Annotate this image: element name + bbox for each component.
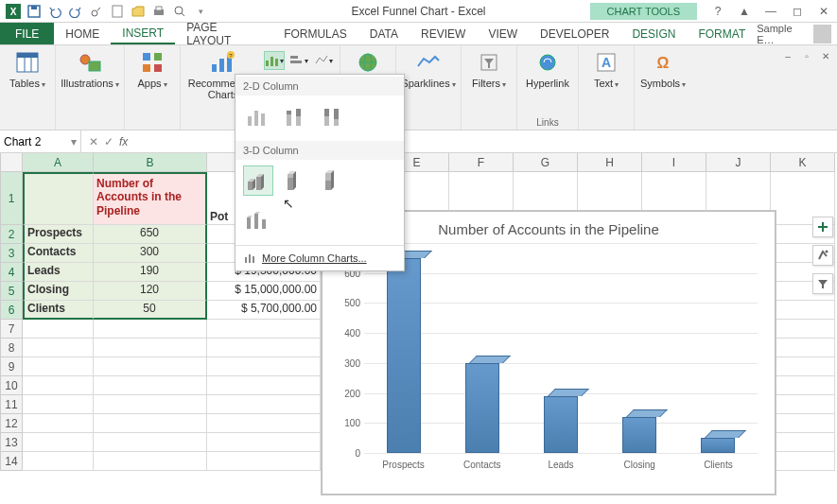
col-I[interactable]: I <box>642 153 706 172</box>
open-icon[interactable] <box>129 2 148 21</box>
clustered-column-2d[interactable] <box>243 101 273 131</box>
cell-A2[interactable]: Prospects <box>23 225 94 244</box>
cell-C5[interactable]: $ 15,000,000.00 <box>207 282 321 301</box>
user-name[interactable]: Sample E… <box>757 23 810 45</box>
touch-icon[interactable] <box>87 2 106 21</box>
name-box-dropdown[interactable]: ▾ <box>71 135 77 148</box>
row-12[interactable]: 12 <box>0 414 23 433</box>
column-chart-button[interactable]: ▾ <box>264 51 285 70</box>
chart-styles-button[interactable] <box>812 245 833 266</box>
col-F[interactable]: F <box>449 153 514 172</box>
enter-formula-icon[interactable]: ✓ <box>104 135 113 148</box>
column-3d[interactable] <box>243 207 273 237</box>
bar-clients[interactable] <box>701 430 735 453</box>
row-13[interactable]: 13 <box>0 433 23 452</box>
tab-home[interactable]: HOME <box>54 23 111 44</box>
hyperlink-button[interactable]: Hyperlink <box>523 49 572 89</box>
col-B[interactable]: B <box>94 153 207 172</box>
preview-icon[interactable] <box>170 2 189 21</box>
tab-format[interactable]: FORMAT <box>687 23 757 44</box>
tab-data[interactable]: DATA <box>358 23 410 44</box>
bar-contacts[interactable] <box>465 356 499 453</box>
tab-pagelayout[interactable]: PAGE LAYOUT <box>175 23 272 44</box>
cell-A6[interactable]: Clients <box>23 301 94 320</box>
workbook-restore[interactable]: ▫ <box>797 47 816 64</box>
bar-prospects[interactable] <box>387 251 421 453</box>
more-icon[interactable]: ▾ <box>191 2 210 21</box>
bar-closing[interactable] <box>622 409 656 453</box>
sparklines-button[interactable]: Sparklines <box>402 49 455 90</box>
stacked-column-3d[interactable] <box>281 165 311 196</box>
tab-view[interactable]: VIEW <box>477 23 529 44</box>
stacked-column-2d[interactable] <box>281 101 311 131</box>
stock-chart-button[interactable]: ▾ <box>313 51 334 70</box>
cell-B6[interactable]: 50 <box>94 301 207 320</box>
undo-icon[interactable] <box>45 2 64 21</box>
cell-B5[interactable]: 120 <box>94 282 207 301</box>
tab-formulas[interactable]: FORMULAS <box>272 23 358 44</box>
row-5[interactable]: 5 <box>0 282 23 301</box>
bar-leads[interactable] <box>544 389 578 453</box>
bar-chart-button[interactable]: ▾ <box>288 51 309 70</box>
cell-B1[interactable]: Number of Accounts in the Pipeline <box>94 172 207 225</box>
filters-button[interactable]: Filters <box>467 49 511 90</box>
cell-B2[interactable]: 650 <box>94 225 207 244</box>
row-1[interactable]: 1 <box>0 172 23 225</box>
col-H[interactable]: H <box>578 153 642 172</box>
tab-developer[interactable]: DEVELOPER <box>529 23 620 44</box>
user-avatar[interactable] <box>813 25 831 43</box>
row-14[interactable]: 14 <box>0 452 23 471</box>
clustered-column-3d[interactable] <box>243 165 273 196</box>
select-all-corner[interactable] <box>0 153 23 172</box>
row-4[interactable]: 4 <box>0 263 23 282</box>
workbook-minimize[interactable]: – <box>778 47 797 64</box>
text-button[interactable]: A Text <box>584 49 628 90</box>
col-K[interactable]: K <box>771 153 835 172</box>
tab-review[interactable]: REVIEW <box>410 23 477 44</box>
row-3[interactable]: 3 <box>0 244 23 263</box>
row-6[interactable]: 6 <box>0 301 23 320</box>
minimize-button[interactable]: — <box>758 1 784 22</box>
cell-A3[interactable]: Contacts <box>23 244 94 263</box>
save-icon[interactable] <box>25 2 44 21</box>
quickprint-icon[interactable] <box>149 2 168 21</box>
tab-insert[interactable]: INSERT <box>111 23 175 44</box>
row-7[interactable]: 7 <box>0 320 23 339</box>
help-icon[interactable]: ? <box>705 1 731 22</box>
name-box-input[interactable] <box>4 135 61 148</box>
close-button[interactable]: ✕ <box>811 1 837 22</box>
cell-B4[interactable]: 190 <box>94 263 207 282</box>
maximize-button[interactable]: ◻ <box>784 1 811 22</box>
chart-elements-button[interactable] <box>812 217 833 237</box>
chart-plot-area[interactable]: 0100200300400500600700 ProspectsContacts… <box>364 243 758 453</box>
apps-button[interactable]: Apps <box>131 49 174 90</box>
row-9[interactable]: 9 <box>0 357 23 376</box>
illustrations-button[interactable]: Illustrations <box>61 49 118 90</box>
symbols-button[interactable]: Ω Symbols <box>640 49 686 90</box>
row-2[interactable]: 2 <box>0 225 23 244</box>
col-J[interactable]: J <box>706 153 771 172</box>
workbook-close[interactable]: ✕ <box>816 47 835 64</box>
cell-B3[interactable]: 300 <box>94 244 207 263</box>
ribbon-toggle-icon[interactable]: ▲ <box>731 1 758 22</box>
name-box[interactable]: ▾ <box>0 130 81 152</box>
col-G[interactable]: G <box>514 153 578 172</box>
cell-A1[interactable] <box>23 172 94 225</box>
tab-design[interactable]: DESIGN <box>620 23 687 44</box>
tables-button[interactable]: Tables <box>6 49 49 90</box>
more-column-charts[interactable]: More Column Charts... <box>235 245 404 270</box>
row-11[interactable]: 11 <box>0 395 23 414</box>
100-stacked-column-2d[interactable] <box>319 101 349 131</box>
cell-A5[interactable]: Closing <box>23 282 94 301</box>
excel-icon[interactable]: X <box>4 2 23 21</box>
row-10[interactable]: 10 <box>0 376 23 395</box>
cancel-formula-icon[interactable]: ✕ <box>89 135 98 148</box>
chart-filters-button[interactable] <box>812 273 833 294</box>
tab-file[interactable]: FILE <box>0 23 54 44</box>
row-8[interactable]: 8 <box>0 339 23 357</box>
redo-icon[interactable] <box>66 2 85 21</box>
fx-icon[interactable]: fx <box>119 135 128 148</box>
cell-C6[interactable]: $ 5,700,000.00 <box>207 301 321 320</box>
cell-A4[interactable]: Leads <box>23 263 94 282</box>
col-A[interactable]: A <box>23 153 94 172</box>
